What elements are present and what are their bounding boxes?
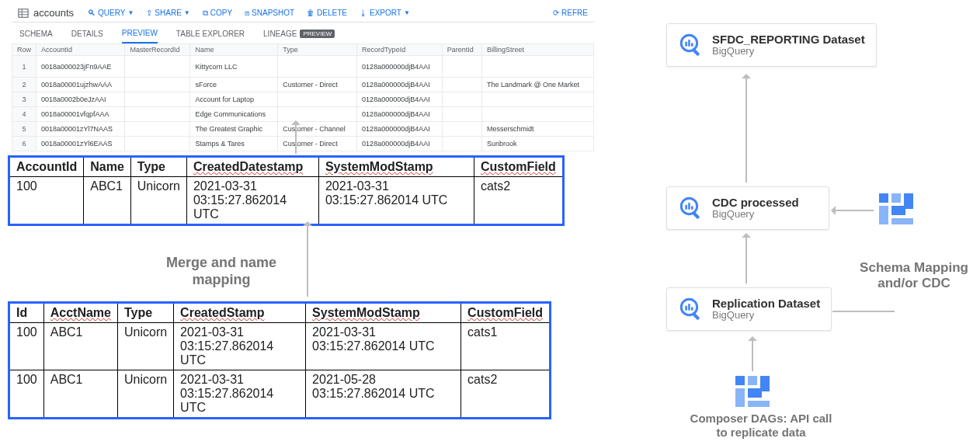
bigquery-icon — [678, 296, 704, 322]
table-row[interactable]: 60018a00001zYl6EAASStamps & TaresCustome… — [12, 137, 594, 151]
svg-rect-17 — [688, 304, 690, 311]
table-icon — [18, 8, 29, 19]
table-row: 100ABC1Unicorn2021-03-31 03:15:27.862014… — [9, 370, 551, 419]
col-row[interactable]: Row — [12, 44, 36, 56]
table-row: 100ABC1Unicorn2021-03-31 03:15:27.862014… — [9, 323, 551, 370]
bigquery-preview-pane: accounts 🔍︎QUERY▼ ⇪SHARE▼ ⧉COPY ⧆SNAPSHO… — [12, 4, 594, 151]
tab-lineage[interactable]: LINEAGEPREVIEW — [263, 29, 335, 43]
table-title: accounts — [18, 7, 74, 19]
toolbar-actions: 🔍︎QUERY▼ ⇪SHARE▼ ⧉COPY ⧆SNAPSHOT 🗑DELETE… — [88, 9, 410, 18]
node-sfdc-reporting: SFDC_REPORTING Dataset BigQuery — [666, 23, 877, 67]
svg-rect-23 — [904, 193, 913, 209]
chevron-down-icon: ▼ — [127, 9, 134, 16]
node-subtitle: BigQuery — [712, 209, 799, 221]
table-row[interactable]: 20018a00001ujzhwAAAsForceCustomer - Dire… — [12, 78, 594, 92]
svg-rect-0 — [19, 9, 28, 17]
line-repl-to-schema — [832, 311, 895, 312]
svg-rect-6 — [685, 42, 687, 47]
data-grid: Row AccountId MasterRecordId Name Type R… — [12, 43, 594, 151]
svg-rect-7 — [688, 40, 690, 47]
arrow-cortex-to-cdc — [835, 210, 874, 211]
col-billingstreet[interactable]: BillingStreet — [481, 44, 593, 56]
magnify-icon: 🔍︎ — [88, 9, 96, 17]
col-acctname: AcctName — [43, 303, 117, 323]
col-recordtypeid[interactable]: RecordTypeId — [357, 44, 443, 56]
svg-rect-8 — [691, 43, 693, 46]
col-accountid[interactable]: AccountId — [36, 44, 125, 56]
query-button[interactable]: 🔍︎QUERY▼ — [88, 9, 134, 18]
col-name: Name — [84, 157, 131, 177]
bq-toolbar: accounts 🔍︎QUERY▼ ⇪SHARE▼ ⧉COPY ⧆SNAPSHO… — [12, 4, 594, 23]
col-parentid[interactable]: ParentId — [442, 44, 481, 56]
svg-rect-25 — [735, 376, 745, 385]
arrow-cdc-to-sfdc — [745, 78, 747, 183]
tab-preview[interactable]: PREVIEW — [122, 29, 158, 43]
svg-rect-13 — [691, 206, 693, 209]
table-row: 100ABC1Unicorn2021-03-31 03:15:27.862014… — [9, 177, 564, 225]
merged-table: AccountId Name Type CreatedDatestamp Sys… — [8, 155, 565, 226]
svg-rect-29 — [760, 376, 770, 391]
schema-mapping-label: Schema Mapping and/or CDC — [856, 260, 972, 292]
col-type: Type — [130, 157, 186, 177]
node-replication-dataset: Replication Dataset BigQuery — [666, 287, 832, 331]
col-customfield: CustomField — [474, 157, 563, 177]
col-systemmodstamp: SystemModStamp — [306, 303, 461, 323]
svg-rect-27 — [735, 388, 745, 407]
svg-rect-18 — [691, 307, 693, 310]
col-name[interactable]: Name — [190, 44, 278, 56]
refresh-button[interactable]: ⟳REFRE — [553, 9, 588, 17]
node-subtitle: BigQuery — [712, 46, 865, 57]
col-type[interactable]: Type — [278, 44, 357, 56]
merge-label: Merge and name mapping — [144, 255, 299, 288]
col-masterrecordid[interactable]: MasterRecordId — [125, 44, 190, 56]
refresh-icon: ⟳ — [553, 9, 559, 17]
svg-rect-20 — [891, 193, 901, 203]
svg-rect-21 — [879, 206, 888, 224]
share-icon: ⇪ — [146, 9, 152, 17]
tab-schema[interactable]: SCHEMA — [19, 29, 53, 43]
preview-badge: PREVIEW — [300, 30, 335, 38]
svg-rect-15 — [692, 312, 700, 320]
svg-rect-12 — [688, 203, 690, 210]
tab-table-explorer[interactable]: TABLE EXPLORER — [176, 29, 245, 43]
arrow-repl-to-cdc — [745, 237, 747, 283]
arrow-composer-to-repl — [752, 340, 753, 371]
svg-rect-22 — [891, 206, 905, 215]
node-subtitle: BigQuery — [712, 310, 820, 322]
share-button[interactable]: ⇪SHARE▼ — [146, 9, 189, 18]
cortex-icon — [734, 373, 771, 410]
col-id: Id — [9, 303, 44, 323]
table-row[interactable]: 30018a0002b0eJzAAIAccount for Laptop0128… — [12, 92, 594, 107]
col-accountid: AccountId — [9, 157, 84, 177]
table-name: accounts — [33, 7, 74, 19]
export-button[interactable]: ⭳EXPORT▼ — [360, 9, 410, 18]
tab-details[interactable]: DETAILS — [71, 29, 103, 43]
col-type: Type — [117, 303, 173, 323]
node-title: SFDC_REPORTING Dataset — [712, 33, 865, 46]
col-customfield: CustomField — [461, 303, 551, 323]
svg-rect-19 — [879, 193, 888, 203]
table-row[interactable]: 10018a000023jFn9AAEKittycorn LLC0128a000… — [12, 56, 594, 78]
svg-rect-28 — [748, 388, 762, 398]
table-row[interactable]: 40018a00001vfqpfAAAEdge Communications01… — [12, 107, 594, 122]
table-row[interactable]: 50018a00001zYl7NAASThe Greatest GraphicC… — [12, 122, 594, 137]
col-createddatestamp: CreatedDatestamp — [186, 157, 318, 177]
source-table: Id AcctName Type CreatedStamp SystemModS… — [8, 301, 551, 419]
svg-rect-5 — [692, 48, 700, 56]
cortex-icon — [877, 190, 915, 228]
delete-button[interactable]: 🗑DELETE — [307, 9, 347, 18]
arrow-merged-to-bq — [295, 124, 297, 154]
snapshot-button[interactable]: ⧆SNAPSHOT — [245, 9, 294, 18]
col-createdstamp: CreatedStamp — [174, 303, 306, 323]
svg-rect-30 — [748, 401, 770, 407]
chevron-down-icon: ▼ — [184, 9, 190, 16]
bq-tabs: SCHEMA DETAILS PREVIEW TABLE EXPLORER LI… — [12, 23, 594, 43]
copy-button[interactable]: ⧉COPY — [203, 9, 232, 18]
composer-dags-label: Composer DAGs: API call to replicate dat… — [683, 412, 839, 440]
node-title: CDC processed — [712, 196, 799, 209]
chevron-down-icon: ▼ — [404, 9, 410, 16]
svg-rect-24 — [891, 218, 913, 224]
svg-rect-10 — [692, 211, 700, 219]
svg-rect-11 — [685, 205, 687, 210]
node-title: Replication Dataset — [712, 297, 820, 310]
